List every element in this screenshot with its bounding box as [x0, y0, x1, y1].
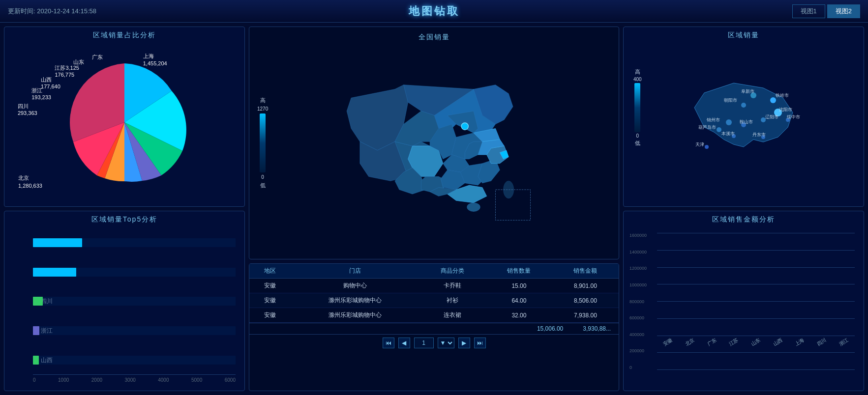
region-map-svg[interactable]: 铁岭市 阜新市 沈阳市 朝阳市 辽阳市 绥中市 锦州市 鞍山市 葫芦岛市 本溪市…: [665, 68, 822, 176]
page-prev-btn[interactable]: ◀: [398, 338, 410, 348]
cell-amount: 8,506.00: [552, 293, 619, 308]
page-number-input[interactable]: [414, 338, 434, 348]
bar-track: [33, 268, 236, 277]
bar-fill: [33, 238, 82, 247]
region-map-panel: 区域销量 高 400 0 低: [623, 27, 864, 207]
bar-row: 山西: [33, 353, 236, 367]
pie-label-sichuan: 四川 293,363: [18, 103, 37, 116]
national-map-title: 全国销量: [416, 30, 453, 45]
col-region: 地区: [249, 264, 291, 279]
region-scale-high: 高: [635, 68, 640, 76]
region-scale-min: 0: [636, 133, 639, 139]
cell-region: 安徽: [249, 279, 291, 293]
data-table-panel: 地区 门店 商品分类 销售数量 销售金额 安徽 购物中心 卡乔鞋 15.00 8…: [249, 263, 619, 391]
page-next-btn[interactable]: ▶: [458, 338, 470, 348]
table-pagination: ⏮ ◀ ▼ ▶ ⏭: [249, 334, 619, 351]
cell-region: 安徽: [249, 308, 291, 323]
total-qty: 15,006.00: [537, 325, 563, 332]
city-tieling[interactable]: [770, 97, 776, 103]
page-first-btn[interactable]: ⏮: [383, 338, 394, 348]
page-last-btn[interactable]: ⏭: [474, 338, 486, 348]
update-time: 更新时间: 2020-12-24 14:15:58: [8, 7, 96, 16]
bar-track: [33, 356, 236, 365]
bar-fill: [33, 326, 39, 335]
cell-amount: 8,901.00: [552, 279, 619, 293]
label-tieling: 铁岭市: [775, 93, 789, 98]
china-map-svg[interactable]: [321, 72, 547, 229]
tab-view2[interactable]: 视图2: [827, 4, 860, 18]
table-row: 安徽 滁州乐彩城购物中心 衬衫 64.00 8,506.00: [249, 293, 619, 308]
label-chaoyang: 朝阳市: [724, 98, 737, 103]
city-chaoyang[interactable]: [741, 103, 746, 108]
region-scale-low: 低: [635, 140, 640, 147]
label-shenyang: 沈阳市: [779, 107, 792, 112]
label-suizhong: 绥中市: [787, 114, 800, 119]
province-hainan[interactable]: [467, 203, 480, 212]
bar-track: [33, 297, 236, 306]
center-panel: 全国销量 高 1270 0 低: [249, 27, 619, 391]
view-tabs: 视图1 视图2: [792, 4, 860, 18]
bar-col: 四川: [811, 337, 833, 345]
scale-gradient: [260, 113, 266, 172]
beijing-marker[interactable]: [461, 123, 468, 130]
table-total-row: 15,006.00 3,930,88...: [249, 323, 619, 334]
cell-qty: 64.00: [486, 293, 552, 308]
region-scale-gradient: [634, 83, 640, 132]
bar-chart-v-title: 区域销售金额分析: [628, 215, 860, 224]
cell-store: 滁州乐彩城购物中心: [291, 293, 419, 308]
cell-amount: 7,938.00: [552, 308, 619, 323]
y-axis-label: 0: [629, 365, 647, 370]
bar-v-label: 山东: [750, 337, 762, 347]
main-grid: 区域销量占比分析: [0, 23, 868, 395]
bar-v-label: 山西: [772, 337, 784, 347]
cell-store: 购物中心: [291, 279, 419, 293]
scale-max-value: 1270: [257, 106, 268, 112]
label-dandong: 丹东市: [752, 132, 766, 137]
bar-title: 区域销量Top5分析: [8, 215, 240, 224]
label-anshan: 鞍山市: [740, 119, 753, 124]
bar-col: 山西: [767, 337, 789, 345]
bar-col: 浙江: [833, 337, 855, 345]
header: 更新时间: 2020-12-24 14:15:58 地图钻取 视图1 视图2: [0, 0, 868, 23]
label-jinzhou: 锦州市: [706, 117, 720, 122]
pie-label-guangdong: 广东: [92, 54, 103, 61]
col-category: 商品分类: [419, 264, 486, 279]
pie-label-jiangsu: 江苏3,125 176,775: [55, 64, 79, 78]
page-size-select[interactable]: ▼: [438, 338, 454, 348]
table-row: 安徽 滁州乐彩城购物中心 连衣裙 32.00 7,938.00: [249, 308, 619, 323]
scale-low-label: 低: [260, 182, 266, 189]
bar-col: 广东: [701, 337, 723, 345]
cell-category: 衬衫: [419, 293, 486, 308]
label-tianjin: 天津: [695, 142, 704, 147]
y-grid-line: [657, 369, 855, 370]
col-amount: 销售金额: [552, 264, 619, 279]
label-benxi: 本溪市: [721, 131, 735, 136]
sales-table: 地区 门店 商品分类 销售数量 销售金额 安徽 购物中心 卡乔鞋 15.00 8…: [249, 264, 619, 323]
tab-view1[interactable]: 视图1: [792, 4, 825, 18]
bar-v-label: 四川: [816, 337, 828, 347]
label-huludao: 葫芦岛市: [698, 125, 716, 130]
national-map-panel: 全国销量 高 1270 0 低: [249, 27, 619, 259]
bar-col: 江苏: [723, 337, 745, 345]
pie-label-shanghai: 上海 1,455,204: [143, 53, 167, 68]
bar-chart-v-panel: 区域销售金额分析 1600000140000012000001000000800…: [623, 211, 864, 391]
bar-fill: [33, 356, 39, 365]
city-jinzhou[interactable]: [726, 119, 732, 125]
bar-fill: [33, 297, 43, 306]
bar-v-label: 广东: [706, 337, 718, 347]
pie-label-beijing: 北京 1,280,633: [18, 174, 42, 190]
bar-v-label: 江苏: [728, 337, 740, 347]
bar-v-label: 浙江: [838, 337, 850, 347]
pie-panel: 区域销量占比分析: [4, 27, 245, 207]
cell-category: 连衣裙: [419, 308, 486, 323]
bar-col: 北京: [679, 337, 701, 345]
city-tianjin[interactable]: [705, 145, 709, 149]
pie-label-zhejiang: 浙江 193,233: [31, 87, 51, 100]
region-scale-max: 400: [633, 77, 642, 82]
city-huludao[interactable]: [717, 127, 721, 132]
cell-region: 安徽: [249, 293, 291, 308]
scale-min-value: 0: [261, 174, 264, 180]
table-row: 安徽 购物中心 卡乔鞋 15.00 8,901.00: [249, 279, 619, 293]
bar-col: 上海: [789, 337, 811, 345]
scale-high-label: 高: [260, 97, 266, 104]
